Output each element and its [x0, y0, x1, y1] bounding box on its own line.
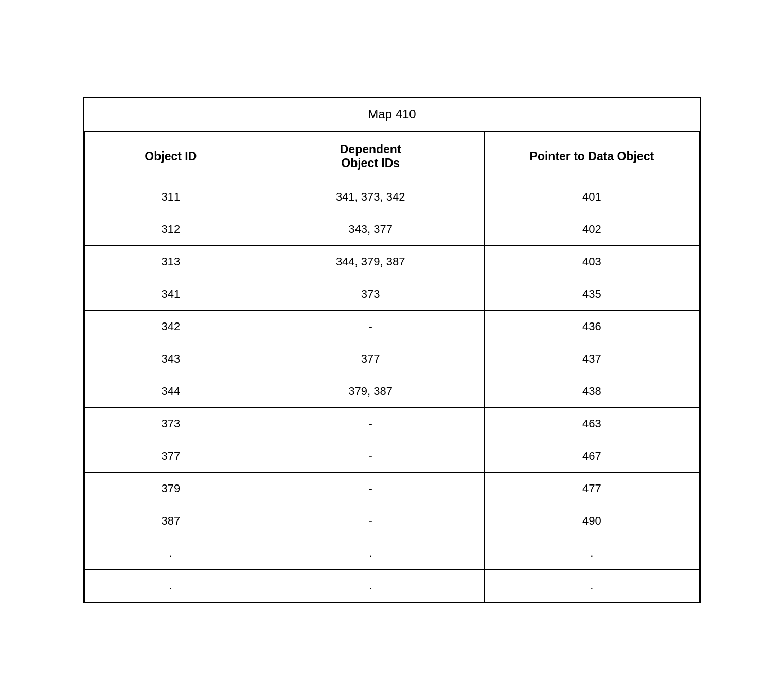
cell-pointer: 463	[484, 408, 699, 440]
table-row: 341373435	[85, 278, 700, 311]
cell-dependent-ids: .	[257, 537, 484, 570]
cell-object-id: 311	[85, 181, 257, 213]
cell-dependent-ids: .	[257, 570, 484, 602]
cell-pointer: 437	[484, 343, 699, 375]
data-table: Object ID Dependent Object IDs Pointer t…	[84, 132, 700, 602]
cell-object-id: 342	[85, 311, 257, 343]
cell-pointer: 403	[484, 246, 699, 278]
cell-dependent-ids: 341, 373, 342	[257, 181, 484, 213]
table-row: ...	[85, 537, 700, 570]
cell-object-id: 379	[85, 473, 257, 505]
cell-pointer: 401	[484, 181, 699, 213]
cell-pointer: .	[484, 570, 699, 602]
table-header-row: Object ID Dependent Object IDs Pointer t…	[85, 132, 700, 181]
cell-object-id: 343	[85, 343, 257, 375]
table-row: 379-477	[85, 473, 700, 505]
cell-dependent-ids: -	[257, 408, 484, 440]
cell-dependent-ids: -	[257, 473, 484, 505]
header-pointer: Pointer to Data Object	[484, 132, 699, 181]
cell-dependent-ids: -	[257, 440, 484, 473]
cell-pointer: 435	[484, 278, 699, 311]
table-row: 377-467	[85, 440, 700, 473]
cell-pointer: 477	[484, 473, 699, 505]
table-row: 373-463	[85, 408, 700, 440]
cell-object-id: 377	[85, 440, 257, 473]
cell-object-id: 313	[85, 246, 257, 278]
table-row: 342-436	[85, 311, 700, 343]
cell-pointer: 490	[484, 505, 699, 537]
cell-pointer: 436	[484, 311, 699, 343]
cell-pointer: 402	[484, 213, 699, 246]
cell-object-id: 373	[85, 408, 257, 440]
header-object-id: Object ID	[85, 132, 257, 181]
cell-object-id: .	[85, 537, 257, 570]
table-row: 313344, 379, 387403	[85, 246, 700, 278]
cell-object-id: 341	[85, 278, 257, 311]
table-row: 312343, 377402	[85, 213, 700, 246]
cell-dependent-ids: 373	[257, 278, 484, 311]
table-row: 387-490	[85, 505, 700, 537]
table-row: 311341, 373, 342401	[85, 181, 700, 213]
cell-object-id: .	[85, 570, 257, 602]
cell-dependent-ids: 379, 387	[257, 375, 484, 408]
cell-pointer: .	[484, 537, 699, 570]
cell-pointer: 467	[484, 440, 699, 473]
cell-dependent-ids: -	[257, 311, 484, 343]
header-dependent-ids: Dependent Object IDs	[257, 132, 484, 181]
table-row: ...	[85, 570, 700, 602]
cell-dependent-ids: 377	[257, 343, 484, 375]
table-title: Map 410	[84, 98, 700, 132]
cell-object-id: 387	[85, 505, 257, 537]
cell-dependent-ids: -	[257, 505, 484, 537]
cell-object-id: 344	[85, 375, 257, 408]
table-row: 344379, 387438	[85, 375, 700, 408]
cell-dependent-ids: 344, 379, 387	[257, 246, 484, 278]
cell-pointer: 438	[484, 375, 699, 408]
map-table-container: Map 410 Object ID Dependent Object IDs P…	[83, 97, 701, 603]
cell-object-id: 312	[85, 213, 257, 246]
table-body: 311341, 373, 342401312343, 377402313344,…	[85, 181, 700, 602]
table-row: 343377437	[85, 343, 700, 375]
cell-dependent-ids: 343, 377	[257, 213, 484, 246]
